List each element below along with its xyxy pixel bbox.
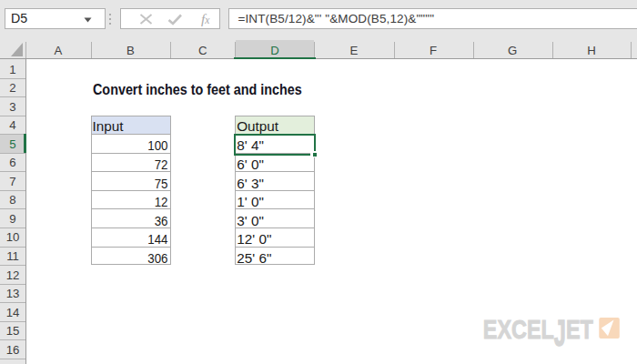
svg-text:ET: ET: [566, 314, 593, 344]
svg-text:J: J: [554, 313, 566, 351]
svg-text:EXCEL: EXCEL: [483, 314, 554, 344]
